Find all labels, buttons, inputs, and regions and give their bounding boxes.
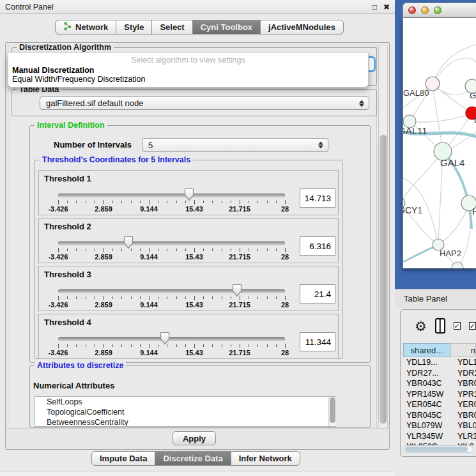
slider-tick [249,296,249,299]
bottom-status-strip [0,471,395,476]
threshold-value-field[interactable]: 14.713 [300,188,335,208]
attribute-list-item[interactable]: BetweennessCentrality [35,417,335,427]
attributes-list-scrollbar[interactable] [328,397,336,426]
algorithm-dropdown-popup: Select algorithm to view settings Manual… [8,53,369,88]
slider-tick [285,200,286,204]
table-row[interactable]: YBR043C YBR0 [403,378,476,389]
threshold-slider-thumb[interactable] [183,188,195,201]
tab-jactivemnodules[interactable]: jActiveMNodules [261,20,344,35]
cell-shared-name[interactable]: YBR045C [403,410,452,421]
threshold-slider-thumb[interactable] [231,284,243,297]
minimize-traffic-light[interactable] [421,6,429,14]
apply-toolbar: Apply [6,428,388,449]
checkbox-icon-1[interactable]: ✓ [454,322,461,330]
columns-icon[interactable] [435,318,445,334]
attributes-list-scrollbar-thumb[interactable] [330,397,335,423]
table-horizontal-scrollbar[interactable] [403,445,473,453]
attribute-list-item[interactable]: TopologicalCoefficient [35,407,335,417]
threshold-value-field[interactable]: 21.4 [300,284,335,303]
tab-label: Network [75,22,108,32]
cell-name[interactable]: YDR2 [452,368,476,379]
table-row[interactable]: YDL19... YDL1 [403,357,476,368]
table-header-name[interactable]: n [450,343,476,357]
table-row[interactable]: YDR27... YDR2 [403,368,476,379]
slider-tick [176,344,177,347]
cell-name[interactable]: YPR1 [452,389,476,400]
zoom-traffic-light[interactable] [434,6,441,14]
slider-tick [267,296,268,299]
threshold-slider-track[interactable] [58,194,285,197]
slider-tick [285,344,286,348]
attribute-list-item[interactable]: SelfLoops [35,397,335,407]
threshold-block-2: Threshold 2 -3.4262.8599.14415.4321.7152… [38,218,339,263]
vertical-scrollbar-thumb[interactable] [380,135,387,424]
tab-label: Impute Data [100,454,147,463]
float-window-icon[interactable]: □ [372,3,377,11]
tab-discretize-data[interactable]: Discretize Data [155,451,231,466]
slider-tick [257,296,258,299]
vertical-scrollbar[interactable] [378,45,388,447]
cell-shared-name[interactable]: YBL079W [403,420,452,431]
tab-style[interactable]: Style [116,20,152,35]
threshold-value-field[interactable]: 11.344 [300,332,335,351]
table-header-shared-name[interactable]: shared... [403,343,450,357]
threshold-slider-track[interactable] [58,289,285,293]
table-row[interactable]: YBL079W YBL0 [403,420,476,431]
slider-tick [176,296,177,299]
cell-shared-name[interactable]: YDL19... [403,357,452,368]
slider-tick [112,296,113,299]
table-row[interactable]: YER054C YER0 [403,399,476,410]
apply-button[interactable]: Apply [173,431,216,445]
table-data-combobox[interactable]: galFiltered.sif default node [40,96,369,110]
threshold-block-1: Threshold 1 -3.4262.8599.14415.4321.7152… [38,170,339,215]
slider-tick [104,296,104,300]
tab-impute-data[interactable]: Impute Data [91,451,155,466]
cell-name[interactable]: YLR3 [452,431,476,442]
cell-shared-name[interactable]: YPR145W [403,389,452,400]
cell-name[interactable]: YBR0 [452,378,476,389]
algorithm-option-manual[interactable]: Manual Discretization [10,66,96,75]
table-horizontal-scrollbar-thumb[interactable] [405,447,468,452]
table-row[interactable]: YBR045C YBR0 [403,410,476,421]
tab-cyni-toolbox[interactable]: Cyni Toolbox [193,20,261,35]
slider-tick [212,249,213,251]
slider-tick-label: 9.144 [130,205,168,213]
bottom-tabbar: Impute DataDiscretize DataInfer Network [91,451,300,466]
close-icon[interactable]: ✖ [383,3,390,11]
checkbox-icon-2[interactable]: ✓ [469,322,476,330]
cell-shared-name[interactable]: YER054C [403,399,452,410]
slider-tick [231,201,231,203]
table-rows: YDL19... YDL1YDR27... YDR2YBR043C YBR0YP… [403,357,476,445]
numerical-attributes-list[interactable]: SelfLoopsTopologicalCoefficientBetweenne… [35,396,336,427]
threshold-slider-track[interactable] [58,242,285,245]
slider-tick [140,344,141,347]
table-row[interactable]: YPR145W YPR1 [403,389,476,400]
cell-shared-name[interactable]: YLR345W [403,431,452,442]
table-row[interactable]: YLR345W YLR3 [403,431,476,442]
close-traffic-light[interactable] [408,6,416,14]
cell-shared-name[interactable]: YBR043C [403,378,452,389]
network-view-canvas[interactable]: GAL80GCGAL11GAL4GCY1HHAP2 [403,18,476,268]
slider-tick [76,296,77,299]
slider-tick [176,201,177,203]
combo-arrows-icon [318,142,323,149]
slider-tick [149,344,150,348]
threshold-slider-thumb[interactable] [159,332,171,345]
slider-tick-label: 15.43 [175,301,213,309]
threshold-slider-thumb[interactable] [123,236,134,249]
algorithm-option-equal-width[interactable]: Equal Width/Frequency Discretization [10,75,147,84]
tab-infer-network[interactable]: Infer Network [231,451,300,466]
cell-shared-name[interactable]: YDR27... [403,368,452,379]
threshold-value-field[interactable]: 6.316 [300,236,335,256]
slider-tick [121,344,122,347]
tab-select[interactable]: Select [152,20,192,35]
gear-icon[interactable]: ⚙ [415,319,427,333]
slider-tick [249,201,249,203]
tab-network[interactable]: Network [55,20,116,35]
cell-name[interactable]: YBL0 [452,420,476,431]
cell-name[interactable]: YDL1 [452,357,476,368]
cell-name[interactable]: YER0 [452,399,476,410]
threshold-slider-track[interactable] [58,337,285,341]
number-of-intervals-combobox[interactable]: 5 [142,138,328,152]
cell-name[interactable]: YBR0 [452,410,476,421]
